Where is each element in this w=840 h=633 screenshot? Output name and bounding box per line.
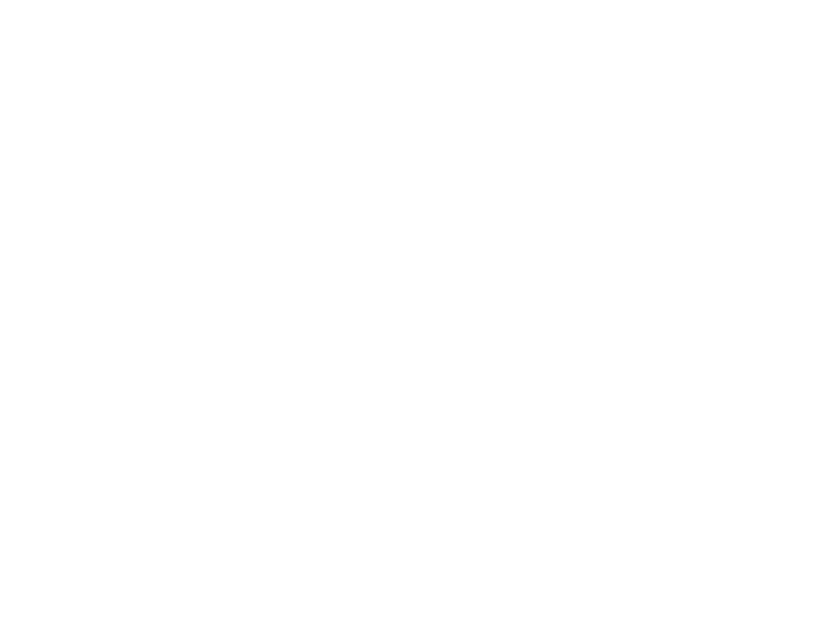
connection-lines xyxy=(0,0,840,633)
diagram xyxy=(0,0,840,633)
